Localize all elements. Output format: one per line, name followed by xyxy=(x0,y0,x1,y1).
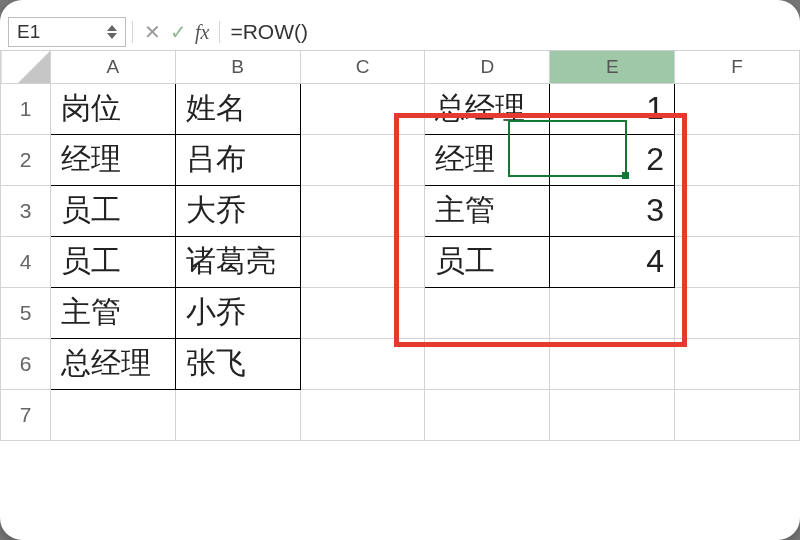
cell[interactable]: 3 xyxy=(550,185,675,236)
cell[interactable]: 姓名 xyxy=(175,83,300,134)
formula-bar: E1 ✕ ✓ fx =ROW() xyxy=(0,14,800,51)
cell[interactable]: 诸葛亮 xyxy=(175,236,300,287)
row-header[interactable]: 5 xyxy=(1,287,51,338)
row-header[interactable]: 7 xyxy=(1,389,51,440)
cell[interactable]: 1 xyxy=(550,83,675,134)
cell[interactable] xyxy=(300,83,425,134)
name-box[interactable]: E1 xyxy=(8,17,126,47)
cell[interactable]: 总经理 xyxy=(50,338,175,389)
fx-icon[interactable]: fx xyxy=(195,21,209,44)
cell[interactable] xyxy=(300,185,425,236)
column-header[interactable]: B xyxy=(175,51,300,83)
cancel-formula-button[interactable]: ✕ xyxy=(139,20,165,44)
cell[interactable]: 吕布 xyxy=(175,134,300,185)
select-all-corner[interactable] xyxy=(1,51,51,83)
cell[interactable]: 张飞 xyxy=(175,338,300,389)
row-header[interactable]: 1 xyxy=(1,83,51,134)
cell[interactable]: 员工 xyxy=(425,236,550,287)
cell[interactable] xyxy=(675,134,800,185)
cell[interactable]: 员工 xyxy=(50,236,175,287)
cell[interactable]: 岗位 xyxy=(50,83,175,134)
cell[interactable]: 经理 xyxy=(425,134,550,185)
cell[interactable] xyxy=(675,287,800,338)
cell[interactable] xyxy=(300,134,425,185)
divider xyxy=(219,21,220,43)
cell[interactable] xyxy=(675,83,800,134)
cell[interactable]: 总经理 xyxy=(425,83,550,134)
cell[interactable] xyxy=(675,185,800,236)
confirm-formula-button[interactable]: ✓ xyxy=(165,20,191,44)
cell[interactable] xyxy=(550,287,675,338)
name-box-stepper[interactable] xyxy=(107,25,117,39)
chevron-up-icon xyxy=(107,25,117,31)
cell[interactable] xyxy=(550,338,675,389)
cell[interactable] xyxy=(675,338,800,389)
column-header[interactable]: C xyxy=(300,51,425,83)
cell[interactable] xyxy=(425,287,550,338)
cell[interactable]: 2 xyxy=(550,134,675,185)
formula-input[interactable]: =ROW() xyxy=(226,20,792,44)
cell[interactable] xyxy=(675,236,800,287)
cell[interactable] xyxy=(50,389,175,440)
divider xyxy=(132,21,133,43)
column-header[interactable]: E xyxy=(550,51,675,83)
name-box-value: E1 xyxy=(17,21,103,43)
cell[interactable]: 主管 xyxy=(50,287,175,338)
cell[interactable] xyxy=(300,338,425,389)
cell[interactable] xyxy=(425,389,550,440)
cell[interactable] xyxy=(675,389,800,440)
cell[interactable]: 员工 xyxy=(50,185,175,236)
column-header[interactable]: D xyxy=(425,51,550,83)
cell[interactable] xyxy=(425,338,550,389)
row-header[interactable]: 6 xyxy=(1,338,51,389)
cell[interactable] xyxy=(175,389,300,440)
cell[interactable]: 大乔 xyxy=(175,185,300,236)
cell[interactable] xyxy=(300,236,425,287)
column-header[interactable]: F xyxy=(675,51,800,83)
row-header[interactable]: 2 xyxy=(1,134,51,185)
cell[interactable] xyxy=(550,389,675,440)
cell[interactable] xyxy=(300,389,425,440)
cell[interactable]: 小乔 xyxy=(175,287,300,338)
row-header[interactable]: 3 xyxy=(1,185,51,236)
cell[interactable] xyxy=(300,287,425,338)
column-header[interactable]: A xyxy=(50,51,175,83)
cell[interactable]: 经理 xyxy=(50,134,175,185)
cell[interactable]: 主管 xyxy=(425,185,550,236)
spreadsheet-grid[interactable]: A B C D E F 1岗位姓名总经理12经理吕布经理23员工大乔主管34员工… xyxy=(0,51,800,441)
chevron-down-icon xyxy=(107,33,117,39)
cell[interactable]: 4 xyxy=(550,236,675,287)
row-header[interactable]: 4 xyxy=(1,236,51,287)
